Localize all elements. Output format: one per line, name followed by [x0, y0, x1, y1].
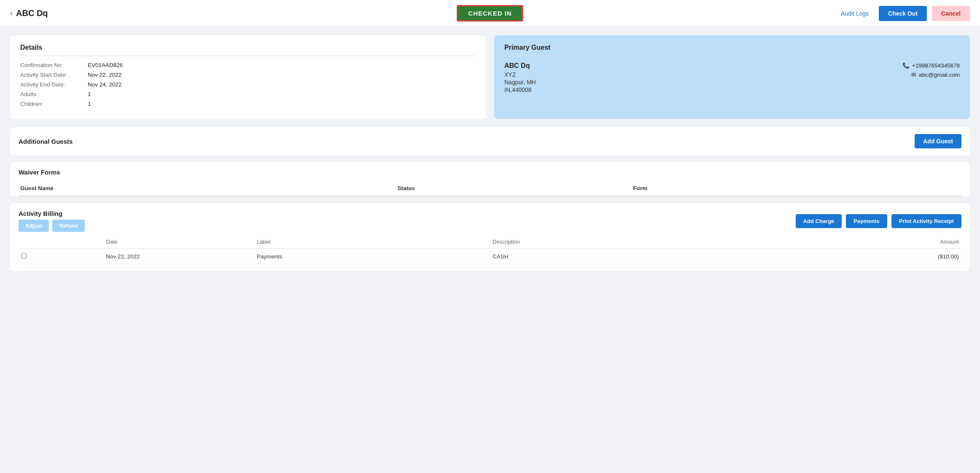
billing-row-description: CASH: [490, 249, 820, 264]
billing-row-amount: ($10.00): [820, 249, 961, 264]
billing-row-checkbox[interactable]: [21, 253, 27, 258]
waiver-forms-title: Waiver Forms: [19, 169, 961, 176]
header-center: CHECKED IN: [457, 10, 523, 17]
guest-city: Nagpur, MH: [504, 79, 536, 86]
page-header: ‹ ABC Dq CHECKED IN Audit Logs Check Out…: [0, 0, 980, 27]
confirmation-row: Confirmation No: EV01AAD826: [20, 62, 476, 68]
billing-table-body: Nov 22, 2022 Payments CASH ($10.00): [19, 249, 961, 264]
guest-contact-block: 📞 +19987654345678 ✉ abc@gmail.com: [902, 62, 960, 78]
billing-col-label-header: Label: [254, 235, 490, 249]
end-date-label: Activity End Date:: [20, 81, 88, 88]
guest-phone: +19987654345678: [912, 62, 960, 69]
checkout-button[interactable]: Check Out: [879, 6, 927, 21]
end-date-row: Activity End Date: Nov 24, 2022: [20, 81, 476, 88]
billing-row-label: Payments: [254, 249, 490, 264]
page-title: ABC Dq: [16, 8, 48, 18]
additional-guests-section: Additional Guests Add Guest: [10, 127, 970, 155]
guest-country-zip: IN,440008: [504, 86, 536, 93]
additional-guests-title: Additional Guests: [19, 138, 73, 145]
adjust-button[interactable]: Adjust: [19, 220, 49, 232]
waiver-table: Guest Name Status Form: [19, 182, 961, 196]
header-right: Audit Logs Check Out Cancel: [836, 6, 970, 21]
billing-title: Activity Billing: [19, 210, 85, 217]
guest-org: XYZ: [504, 71, 536, 78]
back-arrow-icon[interactable]: ‹: [10, 9, 13, 18]
start-date-label: Activity Start Date:: [20, 72, 88, 78]
waiver-forms-section: Waiver Forms Guest Name Status Form: [10, 162, 970, 196]
phone-icon: 📞: [902, 62, 910, 69]
billing-col-desc-header: Description: [490, 235, 820, 249]
email-contact-item: ✉ abc@gmail.com: [911, 71, 960, 78]
audit-logs-button[interactable]: Audit Logs: [836, 7, 874, 20]
children-value: 1: [88, 101, 91, 107]
billing-row-checkbox-cell: [19, 249, 103, 264]
main-content: Details Confirmation No: EV01AAD826 Acti…: [0, 27, 980, 280]
adults-label: Adults:: [20, 91, 88, 97]
email-icon: ✉: [911, 71, 916, 78]
primary-guest-card: Primary Guest ABC Dq XYZ Nagpur, MH IN,4…: [494, 35, 970, 119]
details-title: Details: [20, 44, 476, 56]
primary-guest-title: Primary Guest: [504, 44, 960, 56]
print-activity-receipt-button[interactable]: Print Activity Receipt: [891, 214, 961, 228]
additional-guests-header: Additional Guests Add Guest: [10, 127, 970, 155]
waiver-col-guest-name: Guest Name: [19, 182, 396, 196]
header-left: ‹ ABC Dq: [10, 8, 48, 18]
add-guest-button[interactable]: Add Guest: [915, 134, 961, 148]
billing-left-actions: Adjust Refund: [19, 220, 85, 232]
phone-contact-item: 📞 +19987654345678: [902, 62, 960, 69]
billing-col-amount-header: Amount: [820, 235, 961, 249]
billing-table-header-row: Date Label Description Amount: [19, 235, 961, 249]
billing-table: Date Label Description Amount Nov 22, 20…: [19, 235, 961, 264]
top-row: Details Confirmation No: EV01AAD826 Acti…: [10, 35, 970, 119]
billing-title-area: Activity Billing Adjust Refund: [19, 210, 85, 232]
billing-right-actions: Add Charge Payments Print Activity Recei…: [796, 214, 961, 228]
waiver-col-form: Form: [631, 182, 961, 196]
children-label: Children:: [20, 101, 88, 107]
confirmation-label: Confirmation No:: [20, 62, 88, 68]
billing-actions-row: Activity Billing Adjust Refund Add Charg…: [19, 210, 961, 232]
billing-row-date: Nov 22, 2022: [103, 249, 254, 264]
waiver-col-status: Status: [396, 182, 631, 196]
waiver-table-header-row: Guest Name Status Form: [19, 182, 961, 196]
billing-col-checkbox-header: [19, 235, 103, 249]
guest-name: ABC Dq: [504, 62, 536, 70]
guest-address-block: ABC Dq XYZ Nagpur, MH IN,440008: [504, 62, 536, 93]
add-charge-button[interactable]: Add Charge: [796, 214, 842, 228]
end-date-value: Nov 24, 2022: [88, 81, 121, 88]
table-row: Nov 22, 2022 Payments CASH ($10.00): [19, 249, 961, 264]
adults-row: Adults: 1: [20, 91, 476, 97]
adults-value: 1: [88, 91, 91, 97]
refund-button[interactable]: Refund: [52, 220, 85, 232]
children-row: Children: 1: [20, 101, 476, 107]
start-date-value: Nov 22, 2022: [88, 72, 121, 78]
start-date-row: Activity Start Date: Nov 22, 2022: [20, 72, 476, 78]
guest-email: abc@gmail.com: [919, 72, 960, 78]
confirmation-value: EV01AAD826: [88, 62, 123, 68]
cancel-button[interactable]: Cancel: [932, 6, 970, 21]
details-card: Details Confirmation No: EV01AAD826 Acti…: [10, 35, 486, 119]
billing-col-date-header: Date: [103, 235, 254, 249]
checked-in-badge: CHECKED IN: [457, 5, 523, 22]
payments-button[interactable]: Payments: [846, 214, 887, 228]
guest-info-row: ABC Dq XYZ Nagpur, MH IN,440008 📞 +19987…: [504, 62, 960, 93]
activity-billing-section: Activity Billing Adjust Refund Add Charg…: [10, 203, 970, 271]
